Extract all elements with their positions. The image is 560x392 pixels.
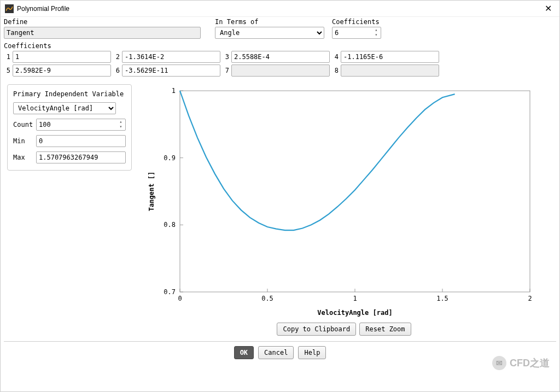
coeff-count-label: Coefficients [332,18,398,26]
coeff-index: 2 [113,53,120,61]
dialog-footer: OK Cancel Help [4,346,556,364]
coeff-6-field[interactable] [122,65,220,77]
count-spinner[interactable]: ▴▾ [117,120,125,130]
help-button[interactable]: Help [298,346,326,359]
coeff-4-field[interactable] [341,51,439,63]
primary-variable-select[interactable]: VelocityAngle [rad] [13,102,116,114]
in-terms-of-label: In Terms of [215,18,332,26]
coeff-8-field [341,65,439,77]
app-icon [5,4,14,13]
svg-text:0.9: 0.9 [164,154,176,162]
svg-text:1: 1 [353,295,357,302]
coefficients-label: Coefficients [4,42,51,50]
coeff-2-field[interactable] [122,51,220,63]
cancel-button[interactable]: Cancel [258,346,294,359]
svg-text:0: 0 [178,295,182,302]
coeff-index: 1 [4,53,10,61]
max-field[interactable] [36,151,126,163]
coeff-3-field[interactable] [231,51,330,63]
coeff-count-spinner[interactable]: ▴▾ [372,28,380,38]
reset-zoom-button[interactable]: Reset Zoom [359,323,411,336]
coeff-1-field[interactable] [13,51,111,63]
profile-chart[interactable]: 00.511.520.70.80.91VelocityAngle [rad]Ta… [142,84,546,319]
min-label: Min [13,137,36,145]
svg-text:0.8: 0.8 [164,221,176,229]
ok-button[interactable]: OK [234,346,254,359]
define-field[interactable] [4,27,201,39]
separator [4,341,556,342]
coeff-7-field [231,65,330,77]
svg-text:0.7: 0.7 [164,288,176,296]
coeff-index: 6 [113,67,120,74]
count-label: Count [13,121,36,128]
svg-text:1: 1 [172,87,176,95]
titlebar: Polynomial Profile ✕ [1,1,559,17]
svg-text:1.5: 1.5 [436,295,448,302]
svg-text:VelocityAngle [rad]: VelocityAngle [rad] [317,309,392,317]
primary-variable-panel: Primary Independent Variable VelocityAng… [7,84,132,171]
copy-to-clipboard-button[interactable]: Copy to Clipboard [277,323,356,336]
in-terms-of-select[interactable]: Angle [215,27,324,39]
window-title: Polynomial Profile [17,5,541,13]
svg-text:Tangent []: Tangent [] [148,172,155,211]
coeff-5-field[interactable] [13,65,111,77]
coeff-index: 3 [223,53,229,61]
count-field[interactable] [36,119,126,131]
coeff-index: 7 [223,67,229,74]
coefficients-grid: 1 2 3 4 5 6 7 8 [4,51,556,77]
close-icon[interactable]: ✕ [541,3,555,14]
min-field[interactable] [36,135,126,147]
svg-text:0.5: 0.5 [261,295,273,302]
max-label: Max [13,154,36,161]
coeff-index: 4 [332,53,339,61]
define-label: Define [4,18,215,26]
primary-variable-title: Primary Independent Variable [13,90,124,98]
svg-text:2: 2 [528,295,532,302]
svg-rect-0 [180,91,530,292]
coeff-index: 8 [332,67,339,74]
coeff-index: 5 [4,67,10,74]
